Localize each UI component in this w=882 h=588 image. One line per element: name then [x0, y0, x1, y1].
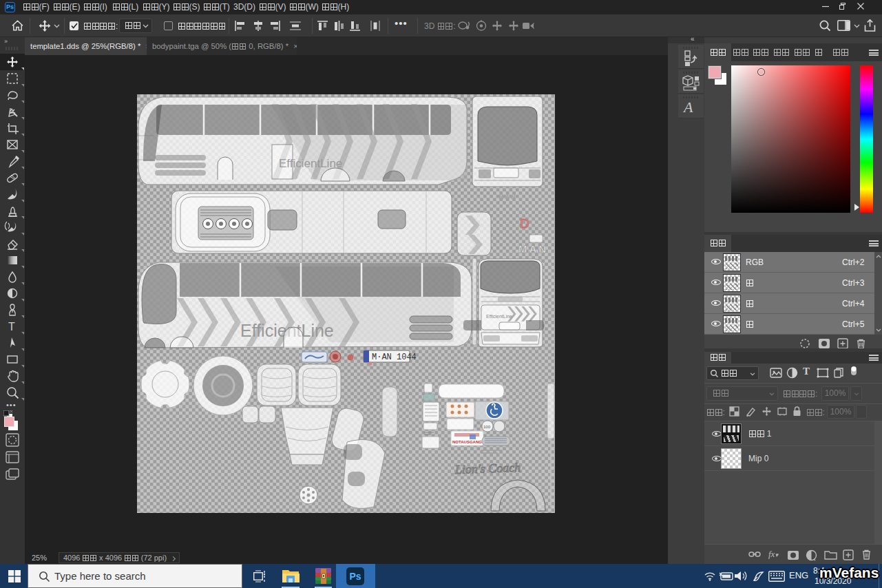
svg-text:EfficientLine: EfficientLine — [486, 314, 512, 319]
svg-text:M·AN 1044: M·AN 1044 — [372, 353, 417, 362]
svg-text:NOTAUSGANG: NOTAUSGANG — [452, 440, 482, 444]
svg-text:T: T — [8, 321, 15, 333]
svg-text:MAN: MAN — [518, 243, 548, 255]
svg-text:D: D — [520, 216, 529, 231]
svg-text:MAN: MAN — [498, 193, 517, 200]
svg-text:Lion's Coach: Lion's Coach — [454, 461, 521, 476]
svg-text:100: 100 — [483, 425, 491, 429]
svg-text:EfficientLine: EfficientLine — [279, 157, 342, 170]
